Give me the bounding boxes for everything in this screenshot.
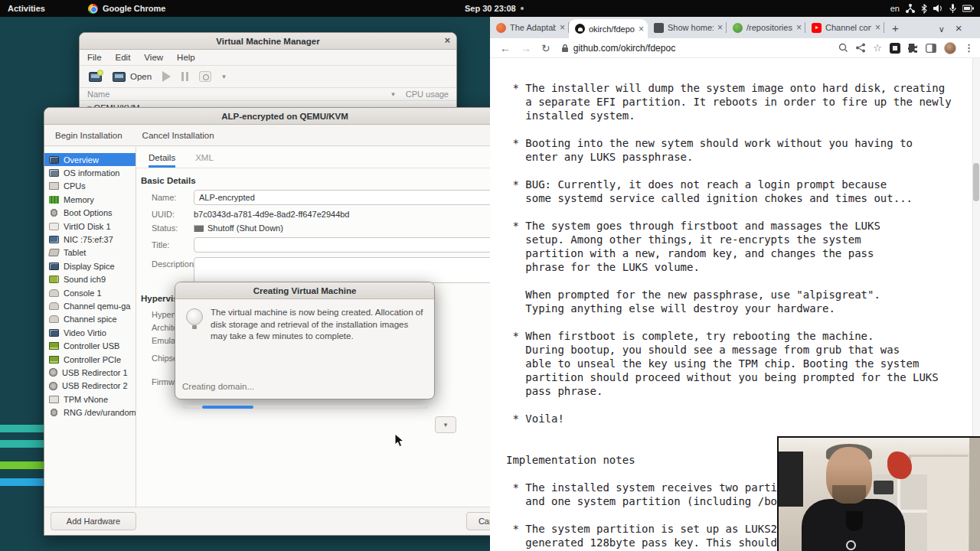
channel-icon <box>49 302 59 310</box>
tpm-icon <box>49 396 59 403</box>
sort-caret-icon[interactable]: ▾ <box>391 90 395 98</box>
hw-item-usb-redirector-2[interactable]: USB Redirector 2 <box>44 380 136 393</box>
side-panel-icon[interactable] <box>926 44 936 53</box>
new-tab-button[interactable]: + <box>892 21 899 34</box>
keyboard-layout-indicator: en <box>890 4 900 13</box>
bookmark-star-icon[interactable]: ☆ <box>873 42 882 54</box>
close-icon[interactable]: × <box>444 34 450 46</box>
activities-button[interactable]: Activities <box>8 4 45 13</box>
firmware-dropdown[interactable]: ▾ <box>435 416 456 433</box>
vm-list-header[interactable]: Name ▾ CPU usage <box>80 87 456 101</box>
chrome-window: The Adaptabl × okirch/fdepoc × Show home… <box>490 17 980 551</box>
tab-close-icon[interactable]: × <box>639 24 644 34</box>
run-icon[interactable] <box>162 71 171 82</box>
tab-close-icon[interactable]: × <box>875 22 880 33</box>
zoom-icon[interactable] <box>838 43 848 53</box>
tab-channel-content[interactable]: Channel cont × <box>805 17 884 38</box>
begin-installation-button[interactable]: Begin Installation <box>55 131 122 140</box>
add-hardware-button[interactable]: Add Hardware <box>51 512 136 530</box>
tab-xml[interactable]: XML <box>195 153 214 168</box>
menu-view[interactable]: View <box>144 53 163 62</box>
hw-item-rng[interactable]: RNG /dev/urandom <box>44 406 136 419</box>
forward-icon[interactable]: → <box>521 42 531 54</box>
channel-icon <box>49 315 59 323</box>
battery-icon <box>962 5 974 12</box>
url-text: github.com/okirch/fdepoc <box>573 43 675 54</box>
name-column-header[interactable]: Name <box>87 90 109 99</box>
window-close-icon[interactable]: × <box>956 21 962 34</box>
hw-item-usb-redirector-1[interactable]: USB Redirector 1 <box>44 366 136 379</box>
tab-close-icon[interactable]: × <box>560 22 565 33</box>
hw-item-os-information[interactable]: OS information <box>44 166 136 179</box>
open-button[interactable]: Open <box>113 72 152 82</box>
dialog-titlebar[interactable]: Creating Virtual Machine <box>175 282 434 299</box>
title-input[interactable] <box>194 237 490 253</box>
hw-item-channel-spice[interactable]: Channel spice <box>44 313 136 326</box>
tab-repositories[interactable]: /repositories × <box>727 17 805 38</box>
hw-item-virtio-disk[interactable]: VirtIO Disk 1 <box>44 220 136 233</box>
tab-close-icon[interactable]: × <box>796 22 802 33</box>
gnome-top-bar: Activities Google Chrome Sep 30 23:08 en <box>0 0 980 17</box>
focused-app-menu[interactable]: Google Chrome <box>88 4 166 14</box>
vm-details-titlebar[interactable]: ALP-encrypted on QEMU/KVM <box>44 108 490 125</box>
usb-icon <box>49 368 57 377</box>
hw-item-video[interactable]: Video Virtio <box>44 326 136 339</box>
extension-badge-icon[interactable] <box>890 43 900 54</box>
chrome-toolbar: ← → ↻ github.com/okirch/fdepoc ☆ ⋮ <box>490 38 980 58</box>
hw-item-console[interactable]: Console 1 <box>44 286 136 299</box>
status-label: Status: <box>152 223 194 233</box>
menu-help[interactable]: Help <box>177 53 195 62</box>
hw-item-nic[interactable]: NIC :75:ef:37 <box>44 233 136 246</box>
boot-gear-icon <box>49 209 59 217</box>
share-icon[interactable] <box>856 43 865 53</box>
clock[interactable]: Sep 30 23:08 <box>465 4 516 13</box>
hw-item-display-spice[interactable]: Display Spice <box>44 259 136 272</box>
tab-the-adaptable[interactable]: The Adaptabl × <box>490 17 569 38</box>
hw-item-controller-usb[interactable]: Controller USB <box>44 339 136 352</box>
tab-okirch-fdepoc[interactable]: okirch/fdepoc × <box>569 19 648 38</box>
menu-file[interactable]: File <box>87 53 102 62</box>
name-input[interactable]: ALP-encrypted <box>194 190 490 205</box>
hw-item-controller-pcie[interactable]: Controller PCIe <box>44 353 136 366</box>
menu-edit[interactable]: Edit <box>116 53 131 62</box>
hw-item-channel-qemu-ga[interactable]: Channel qemu-ga <box>44 299 136 312</box>
creating-progress-bar <box>182 406 428 409</box>
menu-dots-icon[interactable]: ⋮ <box>964 42 974 54</box>
controller-icon <box>49 356 59 364</box>
chevron-down-icon[interactable]: ▾ <box>222 73 226 80</box>
network-icon <box>906 4 915 13</box>
hw-item-cpus[interactable]: CPUs <box>44 180 136 193</box>
pause-icon[interactable] <box>181 72 188 81</box>
tab-close-icon[interactable]: × <box>717 22 723 33</box>
new-vm-icon[interactable] <box>89 72 102 82</box>
reload-icon[interactable]: ↻ <box>541 42 550 54</box>
hw-item-tpm[interactable]: TPM vNone <box>44 393 136 406</box>
hw-item-boot-options[interactable]: Boot Options <box>44 207 136 220</box>
cpu-column-header[interactable]: CPU usage <box>406 90 449 99</box>
volume-icon <box>933 4 943 13</box>
hw-item-sound[interactable]: Sound ich9 <box>44 273 136 286</box>
webcam-wall-corner <box>969 438 980 551</box>
hw-item-overview[interactable]: Overview <box>44 153 136 166</box>
tab-strip: The Adaptabl × okirch/fdepoc × Show home… <box>490 17 980 38</box>
back-icon[interactable]: ← <box>500 42 511 54</box>
vmm-titlebar[interactable]: Virtual Machine Manager × <box>80 33 456 50</box>
open-vm-icon <box>113 72 126 82</box>
tab-details[interactable]: Details <box>149 153 175 168</box>
tab-show-home[interactable]: Show home:o × <box>648 17 727 38</box>
hw-item-tablet[interactable]: Tablet <box>44 246 136 259</box>
chevron-down-icon[interactable]: ∨ <box>939 24 945 34</box>
shutdown-icon[interactable] <box>199 71 211 82</box>
hw-item-memory[interactable]: Memory <box>44 193 136 206</box>
lock-icon <box>561 44 569 53</box>
description-input[interactable] <box>194 257 490 283</box>
scrollbar-thumb[interactable] <box>973 163 979 201</box>
cancel-installation-button[interactable]: Cancel Installation <box>142 131 214 140</box>
profile-avatar[interactable] <box>944 42 956 54</box>
omnibox[interactable]: github.com/okirch/fdepoc <box>561 43 839 54</box>
system-status-area[interactable]: en <box>890 4 980 14</box>
status-value: Shutoff (Shut Down) <box>207 223 283 233</box>
extensions-puzzle-icon[interactable] <box>908 43 918 53</box>
bluetooth-icon <box>921 4 927 14</box>
cancel-button[interactable]: Cancel <box>466 512 490 530</box>
